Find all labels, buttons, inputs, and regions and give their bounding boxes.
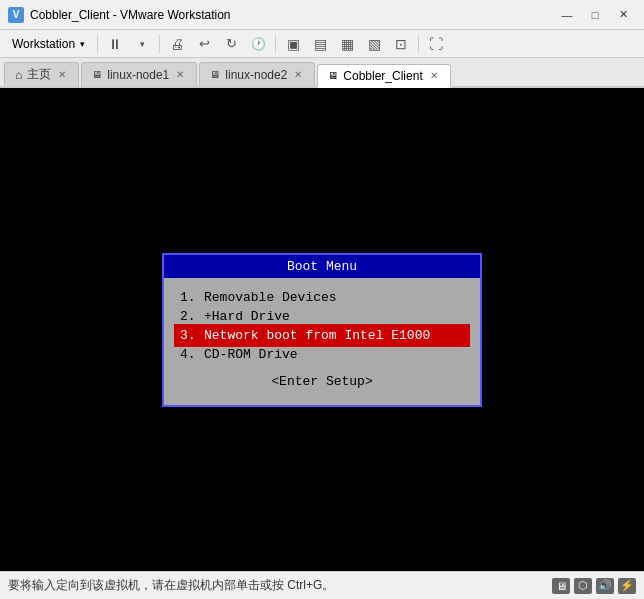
- boot-item-4-num: 4.: [180, 347, 204, 362]
- app-icon: V: [8, 7, 24, 23]
- boot-item-1-num: 1.: [180, 290, 204, 305]
- boot-item-3-label: Network boot from Intel E1000: [204, 328, 430, 343]
- main-content[interactable]: Boot Menu 1. Removable Devices 2. +Hard …: [0, 88, 644, 571]
- home-tab-label: 主页: [27, 66, 51, 83]
- home-tab-close[interactable]: ✕: [56, 69, 68, 80]
- tab-linux-node1[interactable]: 🖥 linux-node1 ✕: [81, 62, 197, 86]
- menu-bar: Workstation ▾ ⏸ ▾ 🖨 ↩ ↻ 🕐 ▣ ▤ ▦ ▧ ⊡ ⛶: [0, 30, 644, 58]
- cobbler-tab-close[interactable]: ✕: [428, 70, 440, 81]
- toolbar-group-1: ⏸ ▾: [102, 33, 155, 55]
- power-icon: ⚡: [618, 578, 636, 594]
- separator-2: [159, 35, 160, 53]
- toolbar-group-3: ▣ ▤ ▦ ▧ ⊡: [280, 33, 414, 55]
- maximize-button[interactable]: □: [582, 5, 608, 25]
- node2-tab-close[interactable]: ✕: [292, 69, 304, 80]
- node1-tab-icon: 🖥: [92, 69, 102, 80]
- view-btn-5[interactable]: ⊡: [388, 33, 414, 55]
- home-tab-icon: ⌂: [15, 68, 22, 82]
- boot-item-2[interactable]: 2. +Hard Drive: [180, 307, 464, 326]
- title-bar: V Cobbler_Client - VMware Workstation — …: [0, 0, 644, 30]
- fullscreen-button[interactable]: ⛶: [423, 33, 449, 55]
- boot-item-4[interactable]: 4. CD-ROM Drive: [180, 345, 464, 364]
- boot-item-3[interactable]: 3. Network boot from Intel E1000: [176, 326, 468, 345]
- workstation-chevron: ▾: [80, 39, 85, 49]
- close-button[interactable]: ✕: [610, 5, 636, 25]
- node2-tab-icon: 🖥: [210, 69, 220, 80]
- refresh-button[interactable]: ↻: [218, 33, 244, 55]
- separator-1: [97, 35, 98, 53]
- revert-button[interactable]: ↩: [191, 33, 217, 55]
- window-controls: — □ ✕: [554, 5, 636, 25]
- minimize-button[interactable]: —: [554, 5, 580, 25]
- cobbler-tab-icon: 🖥: [328, 70, 338, 81]
- boot-item-3-num: 3.: [180, 328, 204, 343]
- toolbar-group-2: 🖨 ↩ ↻ 🕐: [164, 33, 271, 55]
- node2-tab-label: linux-node2: [225, 68, 287, 82]
- network-icon: 🖥: [552, 578, 570, 594]
- boot-menu-body: 1. Removable Devices 2. +Hard Drive 3. N…: [164, 278, 480, 405]
- separator-3: [275, 35, 276, 53]
- clock-button[interactable]: 🕐: [245, 33, 271, 55]
- status-icons: 🖥 ⬡ 🔊 ⚡: [552, 578, 636, 594]
- pause-dropdown[interactable]: ▾: [129, 33, 155, 55]
- window-title: Cobbler_Client - VMware Workstation: [30, 8, 554, 22]
- print-button[interactable]: 🖨: [164, 33, 190, 55]
- node1-tab-close[interactable]: ✕: [174, 69, 186, 80]
- workstation-menu[interactable]: Workstation ▾: [4, 34, 93, 54]
- boot-menu: Boot Menu 1. Removable Devices 2. +Hard …: [162, 253, 482, 407]
- boot-menu-title: Boot Menu: [164, 255, 480, 278]
- enter-setup[interactable]: <Enter Setup>: [180, 364, 464, 395]
- node1-tab-label: linux-node1: [107, 68, 169, 82]
- view-btn-3[interactable]: ▦: [334, 33, 360, 55]
- status-bar: 要将输入定向到该虚拟机，请在虚拟机内部单击或按 Ctrl+G。 🖥 ⬡ 🔊 ⚡: [0, 571, 644, 599]
- view-btn-2[interactable]: ▤: [307, 33, 333, 55]
- workstation-label: Workstation: [12, 37, 75, 51]
- boot-item-2-label: +Hard Drive: [204, 309, 290, 324]
- cobbler-tab-label: Cobbler_Client: [343, 69, 422, 83]
- tab-linux-node2[interactable]: 🖥 linux-node2 ✕: [199, 62, 315, 86]
- boot-item-1[interactable]: 1. Removable Devices: [180, 288, 464, 307]
- boot-item-2-num: 2.: [180, 309, 204, 324]
- separator-4: [418, 35, 419, 53]
- tab-cobbler-client[interactable]: 🖥 Cobbler_Client ✕: [317, 64, 450, 88]
- audio-icon: 🔊: [596, 578, 614, 594]
- tab-home[interactable]: ⌂ 主页 ✕: [4, 62, 79, 86]
- pause-button[interactable]: ⏸: [102, 33, 128, 55]
- view-btn-4[interactable]: ▧: [361, 33, 387, 55]
- status-message: 要将输入定向到该虚拟机，请在虚拟机内部单击或按 Ctrl+G。: [8, 577, 334, 594]
- view-btn-1[interactable]: ▣: [280, 33, 306, 55]
- boot-item-1-label: Removable Devices: [204, 290, 337, 305]
- usb-icon: ⬡: [574, 578, 592, 594]
- tabs-bar: ⌂ 主页 ✕ 🖥 linux-node1 ✕ 🖥 linux-node2 ✕ 🖥…: [0, 58, 644, 88]
- boot-item-4-label: CD-ROM Drive: [204, 347, 298, 362]
